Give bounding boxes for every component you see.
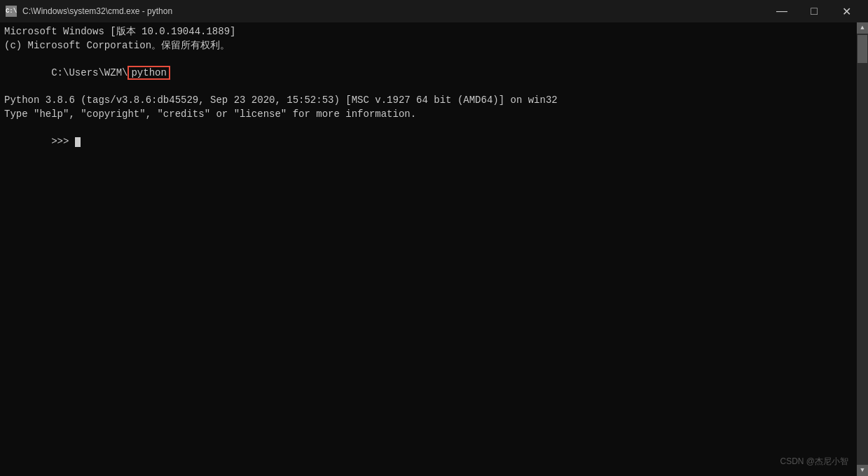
terminal-line-1: Microsoft Windows [版本 10.0.19044.1889]	[4, 25, 853, 39]
cmd-window: C:\ C:\Windows\system32\cmd.exe - python…	[0, 0, 868, 476]
scroll-arrow-up[interactable]: ▲	[857, 22, 868, 34]
maximize-button[interactable]: □	[798, 0, 830, 22]
window-controls: — □ ✕	[766, 0, 862, 22]
window-title: C:\Windows\system32\cmd.exe - python	[22, 6, 766, 16]
terminal-line-5: Type "help", "copyright", "credits" or "…	[4, 108, 853, 122]
python-command: python	[128, 66, 170, 80]
scroll-arrow-down[interactable]: ▼	[857, 465, 868, 476]
prompt-prefix: C:\Users\WZM\	[51, 67, 128, 78]
content-area: Microsoft Windows [版本 10.0.19044.1889] (…	[0, 22, 868, 476]
terminal-line-3: C:\Users\WZM\python	[4, 52, 853, 94]
terminal-line-2: (c) Microsoft Corporation。保留所有权利。	[4, 39, 853, 53]
prompt-symbol: >>>	[51, 136, 75, 147]
window-icon: C:\	[6, 6, 17, 17]
minimize-button[interactable]: —	[766, 0, 798, 22]
watermark-text: CSDN @杰尼小智	[780, 456, 848, 468]
close-button[interactable]: ✕	[830, 0, 862, 22]
scroll-track[interactable]	[857, 34, 868, 465]
scroll-thumb[interactable]	[857, 35, 867, 63]
terminal-line-4: Python 3.8.6 (tags/v3.8.6:db45529, Sep 2…	[4, 94, 853, 108]
title-bar: C:\ C:\Windows\system32\cmd.exe - python…	[0, 0, 868, 22]
terminal-cursor	[75, 137, 81, 147]
scrollbar[interactable]: ▲ ▼	[857, 22, 868, 476]
terminal-prompt-line: >>>	[4, 121, 853, 162]
terminal-output[interactable]: Microsoft Windows [版本 10.0.19044.1889] (…	[0, 22, 857, 476]
